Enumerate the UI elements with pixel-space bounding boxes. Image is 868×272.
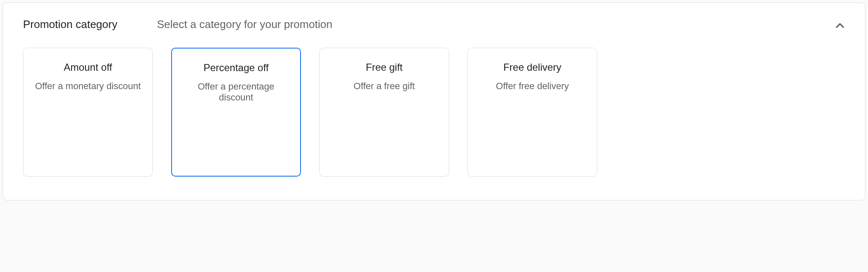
card-title: Percentage off [180, 62, 292, 74]
promotion-category-panel: Promotion category Select a category for… [3, 3, 865, 200]
card-desc: Offer free delivery [476, 81, 588, 92]
section-hint: Select a category for your promotion [157, 18, 332, 31]
card-desc: Offer a free gift [328, 81, 440, 92]
card-free-delivery[interactable]: Free delivery Offer free delivery [467, 48, 597, 177]
collapse-toggle[interactable] [832, 18, 848, 35]
card-percentage-off[interactable]: Percentage off Offer a percentage discou… [171, 48, 301, 177]
card-title: Free gift [328, 62, 440, 73]
card-free-gift[interactable]: Free gift Offer a free gift [319, 48, 449, 177]
card-title: Amount off [32, 62, 144, 73]
section-label: Promotion category [23, 18, 157, 31]
card-desc: Offer a percentage discount [180, 81, 292, 103]
card-title: Free delivery [476, 62, 588, 73]
card-desc: Offer a monetary discount [32, 81, 144, 92]
chevron-up-icon [833, 19, 847, 34]
card-amount-off[interactable]: Amount off Offer a monetary discount [23, 48, 153, 177]
category-cards: Amount off Offer a monetary discount Per… [3, 39, 865, 200]
panel-header: Promotion category Select a category for… [3, 3, 865, 39]
